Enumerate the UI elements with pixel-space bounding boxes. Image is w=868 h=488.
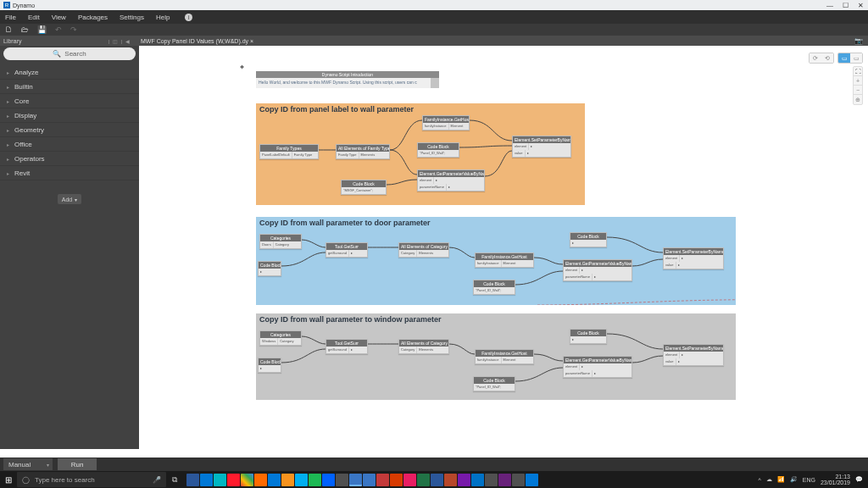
minimize-button[interactable]: — — [822, 2, 837, 9]
node-code-block-1[interactable]: Code Block"MSGF_Container"; — [341, 180, 387, 195]
app-outlook[interactable] — [471, 474, 484, 486]
menu-view[interactable]: View — [52, 14, 66, 21]
group-blue[interactable]: Copy ID from wall parameter to door para… — [256, 217, 736, 305]
app-a[interactable] — [390, 474, 403, 486]
menu-settings[interactable]: Settings — [120, 14, 144, 21]
app-word[interactable] — [431, 474, 443, 486]
view-bg-toggle[interactable]: ▭ — [850, 53, 862, 63]
fit-view-button[interactable]: ⛶ — [854, 67, 862, 76]
app-vlc[interactable] — [281, 474, 294, 486]
node-code-block-g3[interactable]: Code Block▸ — [570, 329, 607, 344]
category-operators[interactable]: Operators — [0, 152, 139, 166]
redo-icon[interactable]: ↷ — [70, 25, 77, 34]
node-family-types[interactable]: Family TypesPanelLabelDefaultFamily Type — [259, 144, 319, 159]
run-mode-dropdown[interactable]: Manual — [3, 458, 53, 470]
app-excel[interactable] — [417, 474, 430, 486]
graph-canvas[interactable]: ⌖ ⟳⟲ ▭▭ ⛶ + − ⊕ Dynamo Script Introducti… — [139, 46, 868, 449]
category-geometry[interactable]: Geometry — [0, 123, 139, 137]
app-b[interactable] — [403, 474, 416, 486]
app-dropbox[interactable] — [322, 474, 335, 486]
node-set-parameter-value[interactable]: Element.SetParameterByNameelement▸value▸ — [512, 136, 571, 158]
zoom-out-button[interactable]: − — [854, 86, 862, 95]
tray-cloud-icon[interactable]: ☁ — [766, 476, 772, 483]
node-code-block-b3[interactable]: Code Block▸ — [570, 232, 607, 247]
group-grey[interactable]: Copy ID from wall parameter to window pa… — [256, 313, 736, 400]
taskbar-search[interactable]: ◯ Type here to search 🎤 — [17, 472, 166, 487]
app-chrome[interactable] — [241, 474, 253, 486]
app-edge-classic[interactable] — [214, 474, 226, 486]
pan-button[interactable]: ⊕ — [854, 95, 862, 104]
screenshot-icon[interactable]: 📷 — [854, 37, 863, 45]
node-code-block-b1[interactable]: Code Block▸ — [258, 261, 281, 276]
start-button[interactable]: ⊞ — [0, 471, 17, 488]
tray-notifications-icon[interactable]: 💬 — [855, 476, 863, 483]
app-firefox[interactable] — [254, 474, 267, 486]
app-explorer[interactable] — [186, 474, 199, 486]
node-familyinstance-gethost-b[interactable]: FamilyInstance.GetHostfamilyInstanceElem… — [475, 252, 534, 268]
node-tool-getsurr[interactable]: Tool.GetSurrgetSurround▸ — [326, 242, 368, 258]
node-set-parameter-value-b[interactable]: Element.SetParameterByNameelement▸value▸ — [663, 247, 724, 269]
app-spotify[interactable] — [309, 474, 321, 486]
library-add-button[interactable]: Add▾ — [58, 194, 81, 204]
maximize-button[interactable]: ☐ — [837, 2, 853, 9]
node-code-block-g2[interactable]: Code Block"Panel_ID_Wall"; — [473, 376, 515, 391]
app-misc[interactable] — [512, 474, 525, 486]
node-categories-windows[interactable]: CategoriesWindowsCategory — [259, 330, 302, 346]
menu-edit[interactable]: Edit — [28, 14, 40, 21]
category-revit[interactable]: Revit — [0, 166, 139, 180]
app-visualstudio[interactable] — [498, 474, 511, 486]
menu-packages[interactable]: Packages — [78, 14, 108, 21]
node-categories-doors[interactable]: CategoriesDoorsCategory — [259, 234, 302, 249]
tray-up-icon[interactable]: ^ — [758, 477, 760, 483]
library-toggle-icons[interactable]: | ◫ | ◀ — [108, 38, 131, 44]
node-all-elements-family-type[interactable]: All Elements of Family TypeFamily TypeEl… — [336, 144, 390, 159]
app-skype[interactable] — [295, 474, 308, 486]
node-familyinstance-gethost[interactable]: FamilyInstance.GetHostfamilyInstanceElem… — [422, 115, 470, 130]
menu-help[interactable]: Help — [156, 14, 170, 21]
app-mail[interactable] — [200, 474, 213, 486]
save-doc-icon[interactable]: 💾 — [37, 25, 47, 34]
tray-lang[interactable]: ENG — [803, 477, 815, 483]
view-graph-toggle[interactable]: ▭ — [838, 53, 850, 63]
node-code-block-g1[interactable]: Code Block▸ — [258, 358, 281, 373]
zoom-in-button[interactable]: + — [854, 76, 862, 86]
app-revit-2[interactable] — [363, 474, 376, 486]
group-intro[interactable]: Dynamo Script Introduction Hello World, … — [256, 71, 439, 88]
app-revit[interactable] — [349, 474, 362, 486]
task-view-icon[interactable]: ⧉ — [168, 473, 181, 486]
category-office[interactable]: Office — [0, 137, 139, 152]
tray-clock[interactable]: 21:1323/01/2019 — [821, 474, 850, 485]
app-autocad[interactable] — [376, 474, 389, 486]
group-orange[interactable]: Copy ID from panel label to wall paramet… — [256, 103, 585, 205]
node-code-block-b2[interactable]: Code Block"Panel_ID_Wall"; — [473, 280, 515, 295]
tray-volume-icon[interactable]: 🔊 — [790, 476, 798, 483]
new-doc-icon[interactable]: 🗋 — [5, 25, 13, 34]
undo-icon[interactable]: ↶ — [55, 25, 62, 34]
open-doc-icon[interactable]: 🗁 — [21, 25, 29, 34]
app-generic[interactable] — [336, 474, 348, 486]
category-core[interactable]: Core — [0, 94, 139, 108]
node-get-parameter-value[interactable]: Element.GetParameterValueByNameelement▸p… — [417, 169, 485, 191]
document-tab[interactable]: MWF Copy Panel ID Values (W,W&D).dy × — [141, 38, 253, 44]
category-analyze[interactable]: Analyze — [0, 65, 139, 80]
view-3d-toggle[interactable]: ⟳ — [810, 53, 821, 63]
node-all-elements-category-b[interactable]: All Elements of CategoryCategoryElements — [398, 242, 449, 258]
category-display[interactable]: Display — [0, 108, 139, 123]
run-button[interactable]: Run — [58, 458, 97, 470]
node-get-parameter-value-g[interactable]: Element.GetParameterValueByNameelement▸p… — [563, 356, 632, 378]
tray-wifi-icon[interactable]: 📶 — [777, 476, 785, 483]
app-bim[interactable] — [485, 474, 498, 486]
node-set-parameter-value-g[interactable]: Element.SetParameterByNameelement▸value▸ — [663, 344, 724, 366]
view-3d-toggle-b[interactable]: ⟲ — [821, 53, 833, 63]
app-onenote[interactable] — [458, 474, 470, 486]
library-search[interactable]: 🔍 Search — [3, 47, 136, 60]
menu-file[interactable]: File — [5, 14, 16, 21]
app-opera[interactable] — [227, 474, 240, 486]
node-code-block-2[interactable]: Code Block"Panel_ID_Wall"; — [417, 142, 459, 158]
node-tool-getsurr-g[interactable]: Tool.GetSurrgetSurround▸ — [326, 339, 368, 354]
category-builtin[interactable]: Builtin — [0, 80, 139, 94]
close-button[interactable]: ✕ — [853, 2, 868, 9]
app-powerpoint[interactable] — [444, 474, 457, 486]
node-familyinstance-gethost-g[interactable]: FamilyInstance.GetHostfamilyInstanceElem… — [475, 349, 534, 364]
node-all-elements-category-g[interactable]: All Elements of CategoryCategoryElements — [398, 339, 449, 354]
